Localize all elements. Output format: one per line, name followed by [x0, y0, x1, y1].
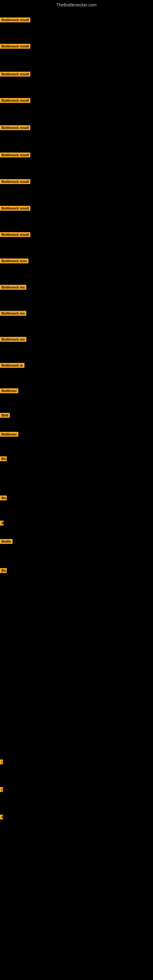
bottleneck-badge-8[interactable]: Bottleneck result	[0, 206, 30, 212]
bottleneck-badge-label-8: Bottleneck result	[0, 206, 30, 211]
bottleneck-badge-label-22: Bo	[0, 568, 7, 573]
bottleneck-badge-label-7: Bottleneck result	[0, 179, 30, 184]
bottleneck-badge-label-4: Bottleneck result	[0, 98, 30, 103]
bottleneck-badge-17[interactable]: Bottlenec	[0, 432, 18, 438]
bottleneck-badge-label-25: E	[0, 815, 3, 819]
bottleneck-badge-label-19: Bo	[0, 495, 7, 500]
bottleneck-badge-label-23: |	[0, 759, 3, 764]
bottleneck-badge-20[interactable]: B	[0, 520, 4, 527]
bottleneck-badge-label-18: Bo	[0, 456, 7, 461]
bottleneck-badge-label-5: Bottleneck result	[0, 125, 30, 130]
bottleneck-badge-4[interactable]: Bottleneck result	[0, 98, 30, 104]
bottleneck-badge-label-2: Bottleneck result	[0, 44, 30, 49]
bottleneck-badge-label-16: Bott	[0, 413, 10, 418]
bottleneck-badge-label-1: Bottleneck result	[0, 18, 30, 22]
bottleneck-badge-label-21: Bottle	[0, 539, 13, 544]
bottleneck-badge-11[interactable]: Bottleneck res	[0, 285, 26, 291]
bottleneck-badge-label-20: B	[0, 520, 4, 525]
bottleneck-badge-25[interactable]: E	[0, 815, 3, 821]
bottleneck-badge-label-15: Bottlenec	[0, 388, 18, 393]
bottleneck-badge-label-10: Bottleneck resu	[0, 258, 29, 263]
bottleneck-badge-3[interactable]: Bottleneck result	[0, 72, 30, 78]
bottleneck-badge-label-14: Bottleneck re	[0, 363, 24, 368]
bottleneck-badge-21[interactable]: Bottle	[0, 539, 13, 545]
bottleneck-badge-1[interactable]: Bottleneck result	[0, 18, 30, 24]
bottleneck-badge-10[interactable]: Bottleneck resu	[0, 258, 29, 265]
bottleneck-badge-label-17: Bottlenec	[0, 432, 18, 437]
bottleneck-badge-14[interactable]: Bottleneck re	[0, 363, 24, 369]
bottleneck-badge-label-11: Bottleneck res	[0, 285, 26, 290]
site-title: TheBottlenecker.com	[0, 0, 153, 10]
bottleneck-badge-12[interactable]: Bottleneck res	[0, 311, 26, 317]
bottleneck-badge-16[interactable]: Bott	[0, 413, 10, 419]
bottleneck-badge-19[interactable]: Bo	[0, 495, 7, 502]
bottleneck-badge-label-9: Bottleneck result	[0, 232, 30, 237]
bottleneck-badge-24[interactable]: |	[0, 787, 2, 793]
bottleneck-badge-23[interactable]: |	[0, 759, 2, 766]
bottleneck-badge-5[interactable]: Bottleneck result	[0, 125, 30, 131]
bottleneck-badge-label-24: |	[0, 787, 3, 792]
bottleneck-badge-7[interactable]: Bottleneck result	[0, 179, 30, 185]
bottleneck-badge-6[interactable]: Bottleneck result	[0, 153, 30, 159]
bottleneck-badge-18[interactable]: Bo	[0, 456, 7, 463]
bottleneck-badge-9[interactable]: Bottleneck result	[0, 232, 30, 238]
bottleneck-badge-15[interactable]: Bottlenec	[0, 388, 18, 395]
bottleneck-badge-label-6: Bottleneck result	[0, 153, 30, 158]
bottleneck-badge-2[interactable]: Bottleneck result	[0, 44, 30, 50]
bottleneck-badge-label-12: Bottleneck res	[0, 311, 26, 316]
bottleneck-badge-22[interactable]: Bo	[0, 568, 7, 574]
bottleneck-badge-13[interactable]: Bottleneck res	[0, 337, 26, 343]
bottleneck-badge-label-13: Bottleneck res	[0, 337, 26, 342]
bottleneck-badge-label-3: Bottleneck result	[0, 72, 30, 76]
